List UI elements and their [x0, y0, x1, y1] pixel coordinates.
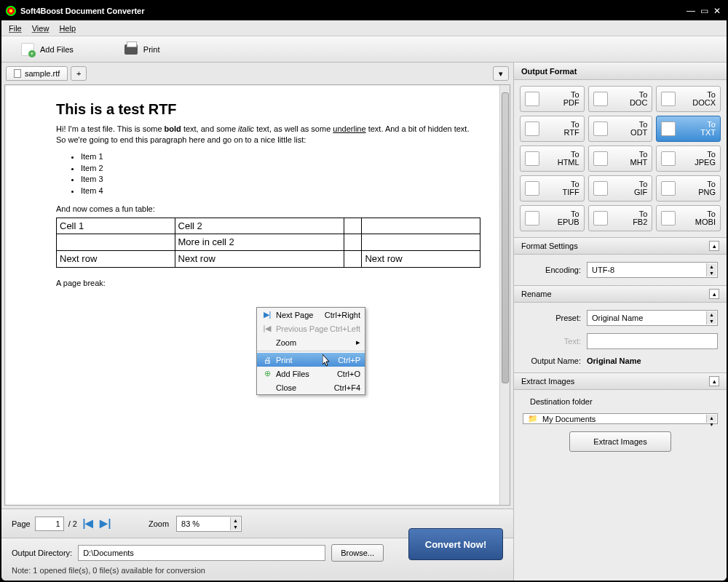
format-icon [525, 121, 539, 136]
output-dir-input[interactable] [78, 545, 325, 561]
output-format-header: Output Format [514, 63, 727, 80]
format-pdf[interactable]: ToPDF [520, 86, 585, 112]
close-button[interactable]: ✕ [712, 6, 722, 16]
menu-bar: File View Help [1, 20, 727, 36]
format-icon [661, 121, 676, 136]
scrollbar-thumb[interactable] [502, 92, 509, 383]
last-page-button[interactable]: ▶| [99, 517, 112, 530]
format-mht[interactable]: ToMHT [588, 146, 653, 172]
dest-folder-combo[interactable]: 📁My Documents▲▼ [523, 413, 718, 424]
list-item: Item 3 [81, 174, 480, 185]
page-label: Page [12, 519, 31, 528]
collapse-icon[interactable]: ▴ [709, 241, 719, 251]
format-icon [661, 92, 676, 106]
doc-paragraph: Hi! I'm a test file. This is some bold t… [56, 124, 480, 146]
format-png[interactable]: ToPNG [656, 175, 721, 202]
toolbar: Add Files Print [1, 36, 727, 63]
add-file-icon [21, 43, 34, 56]
format-doc[interactable]: ToDOC [588, 86, 653, 112]
output-dir-label: Output Directory: [12, 549, 72, 557]
format-txt[interactable]: ToTXT [656, 116, 721, 142]
zoom-spinner[interactable]: ▲▼ [230, 517, 240, 530]
format-icon [661, 181, 676, 196]
print-label: Print [143, 45, 160, 54]
ctx-zoom[interactable]: Zoom▸ [257, 335, 365, 349]
document-preview[interactable]: This is a test RTF Hi! I'm a test file. … [4, 84, 510, 506]
collapse-icon[interactable]: ▴ [709, 376, 719, 386]
ctx-close[interactable]: CloseCtrl+F4 [257, 380, 365, 394]
zoom-value: 83 % [181, 519, 199, 528]
preset-label: Preset: [523, 314, 581, 322]
tab-dropdown-button[interactable]: ▾ [493, 66, 509, 81]
collapse-icon[interactable]: ▴ [709, 289, 719, 299]
right-panel: Output Format ToPDFToDOCToDOCXToRTFToODT… [514, 63, 727, 581]
doc-table-intro: And now comes a fun table: [56, 204, 480, 215]
format-epub[interactable]: ToEPUB [520, 205, 585, 231]
ctx-prev-page: |◀Previous PageCtrl+Left [257, 322, 365, 335]
page-number-input[interactable] [35, 517, 64, 531]
add-files-button[interactable]: Add Files [10, 39, 84, 60]
print-button[interactable]: Print [114, 41, 171, 58]
extract-images-button[interactable]: Extract Images [569, 431, 671, 452]
format-icon [593, 92, 608, 106]
extract-images-header[interactable]: Extract Images▴ [514, 372, 727, 390]
format-gif[interactable]: ToGIF [588, 175, 653, 202]
add-files-label: Add Files [40, 45, 74, 54]
page-total: / 2 [68, 519, 77, 528]
spinner-up-icon[interactable]: ▲ [231, 517, 240, 524]
status-note: Note: 1 opened file(s), 0 file(s) availa… [12, 566, 503, 575]
menu-help[interactable]: Help [59, 24, 76, 33]
app-logo-icon [6, 6, 16, 16]
menu-file[interactable]: File [9, 24, 22, 33]
format-rtf[interactable]: ToRTF [520, 116, 585, 142]
rename-text-input[interactable] [587, 333, 718, 349]
format-icon [593, 211, 608, 226]
zoom-input[interactable]: 83 % ▲▼ [176, 516, 242, 532]
format-icon [525, 151, 539, 166]
preset-combo[interactable]: Original Name▲▼ [587, 310, 718, 326]
format-icon [525, 211, 539, 226]
doc-table: Cell 1Cell 2 More in cell 2 Next rowNext… [56, 218, 480, 268]
ctx-next-page[interactable]: ▶|Next PageCtrl+Right [257, 308, 365, 322]
format-fb2[interactable]: ToFB2 [588, 205, 653, 231]
maximize-button[interactable]: ▭ [699, 6, 709, 16]
add-tab-button[interactable]: + [71, 66, 87, 81]
page-content: This is a test RTF Hi! I'm a test file. … [56, 100, 480, 288]
format-tiff[interactable]: ToTIFF [520, 175, 585, 202]
format-icon [525, 181, 539, 196]
next-page-icon: ▶| [261, 310, 273, 319]
format-html[interactable]: ToHTML [520, 146, 585, 172]
ctx-print[interactable]: 🖨PrintCtrl+P [257, 353, 365, 367]
title-bar: Soft4Boost Document Converter — ▭ ✕ [1, 1, 727, 20]
bottom-bar: Output Directory: Browse... Convert Now!… [1, 538, 513, 581]
first-page-button[interactable]: |◀ [82, 517, 95, 530]
spinner-down-icon[interactable]: ▼ [231, 524, 240, 530]
format-icon [593, 181, 608, 196]
chevron-right-icon: ▸ [356, 338, 360, 347]
list-item: Item 1 [81, 151, 480, 162]
format-odt[interactable]: ToODT [588, 116, 653, 142]
rename-header[interactable]: Rename▴ [514, 285, 727, 303]
menu-view[interactable]: View [32, 24, 50, 33]
format-icon [525, 92, 539, 106]
list-item: Item 4 [81, 186, 480, 196]
browse-button[interactable]: Browse... [331, 544, 384, 562]
encoding-combo[interactable]: UTF-8▲▼ [587, 262, 718, 278]
format-mobi[interactable]: ToMOBI [656, 205, 721, 231]
context-menu: ▶|Next PageCtrl+Right |◀Previous PageCtr… [256, 307, 365, 395]
output-name-value: Original Name [587, 356, 641, 365]
text-label: Text: [523, 337, 581, 346]
format-docx[interactable]: ToDOCX [656, 86, 721, 112]
vertical-scrollbar[interactable] [499, 85, 510, 505]
doc-pagebreak: A page break: [56, 278, 480, 289]
minimize-button[interactable]: — [686, 6, 696, 16]
format-icon [661, 211, 676, 226]
convert-button[interactable]: Convert Now! [408, 528, 503, 560]
document-tab[interactable]: sample.rtf [6, 66, 68, 81]
prev-page-icon: |◀ [261, 324, 273, 333]
format-settings-header[interactable]: Format Settings▴ [514, 237, 727, 255]
ctx-add-files[interactable]: ⊕Add FilesCtrl+O [257, 367, 365, 380]
format-jpeg[interactable]: ToJPEG [656, 146, 721, 172]
output-name-label: Output Name: [523, 356, 581, 365]
folder-icon: 📁 [528, 414, 538, 423]
